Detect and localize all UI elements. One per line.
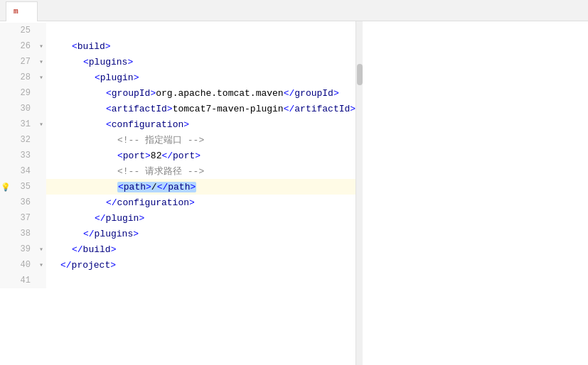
code-cell: <groupId>org.apache.tomcat.maven</groupI… [46,88,356,99]
xml-text: org.apache.tomcat.maven [156,88,283,99]
xml-tag: groupId [112,88,151,99]
xml-tag: configuration [117,197,189,208]
table-row: 27▾<plugins> [0,54,356,70]
fold-icon[interactable]: ▾ [36,58,46,66]
xml-bracket: > [183,119,189,130]
code-cell: <plugin> [46,72,356,83]
xml-bracket: < [117,151,123,161]
gutter-cell: 37 [0,210,46,226]
table-row: 29<groupId>org.apache.tomcat.maven</grou… [0,85,356,101]
code-cell: </project> [46,260,356,271]
line-number: 26 [11,38,36,54]
xml-bracket: </ [284,104,295,114]
table-row: 39▾</build> [0,241,356,257]
gutter-cell: 30 [0,101,46,116]
xml-bracket: < [72,41,77,52]
xml-bracket: > [167,104,173,114]
lines-container: 2526▾<build>27▾<plugins>28▾<plugin>29<gr… [0,21,356,365]
xml-tag: plugin [106,213,139,224]
xml-tag: plugins [89,57,128,67]
fold-icon[interactable]: ▾ [36,73,46,82]
code-cell: <artifactId>tomcat7-maven-plugin</artifa… [46,104,356,114]
code-cell: <port>82</port> [46,151,356,161]
line-number: 27 [11,54,36,70]
xml-bracket: < [95,72,100,83]
bulb-icon: 💡 [0,182,11,192]
xml-tag: project [72,260,111,271]
gutter-cell: 36 [0,195,46,210]
scrollbar-thumb[interactable] [357,64,363,85]
fold-icon[interactable]: ▾ [36,261,46,269]
gutter-cell: 33 [0,148,46,163]
gutter-cell: 29 [0,85,46,101]
table-row: 32<!-- 指定端口 --> [0,132,356,148]
table-row: 26▾<build> [0,38,356,54]
xml-tag: port [123,151,145,161]
xml-bracket: > [139,213,144,224]
table-row: 💡35<path>/</path> [0,179,356,195]
editor: 2526▾<build>27▾<plugins>28▾<plugin>29<gr… [0,21,588,365]
table-row: 41 [0,273,356,288]
selected-code: <path>/</path> [117,182,196,192]
gutter-cell: 40▾ [0,257,46,273]
line-number: 40 [11,257,36,273]
table-row: 28▾<plugin> [0,70,356,85]
code-cell: <!-- 指定端口 --> [46,134,356,146]
xml-tag: plugins [95,229,134,239]
xml-tag: plugin [100,72,134,83]
xml-bracket: </ [83,229,95,239]
line-number: 33 [11,148,36,163]
code-cell [46,26,356,36]
table-row: 25 [0,23,356,38]
xml-bracket: > [333,88,339,99]
table-row: 34<!-- 请求路径 --> [0,163,356,179]
line-number: 41 [11,273,36,288]
gutter-cell: 38 [0,226,46,241]
xml-bracket: </ [106,197,117,208]
line-number: 31 [11,116,36,132]
code-cell: </plugin> [46,213,356,224]
xml-comment: <!-- 指定端口 --> [117,135,204,146]
table-row: 38</plugins> [0,226,356,241]
xml-tag: groupId [294,88,333,99]
xml-bracket: < [106,119,112,130]
fold-icon[interactable]: ▾ [36,120,46,129]
xml-bracket: < [106,88,112,99]
editor-tab[interactable]: m [6,1,38,21]
table-row: 33<port>82</port> [0,148,356,163]
xml-bracket: > [111,244,117,255]
xml-text: tomcat7-maven-plugin [173,104,284,114]
line-number: 38 [11,226,36,241]
line-number: 32 [11,132,36,148]
code-cell: </build> [46,244,356,255]
code-cell: <plugins> [46,57,356,67]
xml-bracket: </ [95,213,106,224]
line-number: 39 [11,241,36,257]
code-cell: <!-- 请求路径 --> [46,165,356,178]
scrollbar-track[interactable] [356,21,363,365]
xml-bracket: </ [284,88,295,99]
line-number: 34 [11,163,36,179]
xml-tag: artifactId [112,104,167,114]
xml-bracket: > [133,229,139,239]
code-cell: <path>/</path> [46,182,356,192]
gutter-cell: 27▾ [0,54,46,70]
xml-tag: build [83,244,111,255]
xml-bracket: > [134,72,139,83]
xml-tag: build [77,41,105,52]
xml-bracket: < [106,104,112,114]
gutter-cell: 31▾ [0,116,46,132]
gutter-cell: 41 [0,273,46,288]
fold-icon[interactable]: ▾ [36,42,46,50]
fold-icon[interactable]: ▾ [36,245,46,254]
gutter-cell: 32 [0,132,46,148]
gutter-cell: 39▾ [0,241,46,257]
table-row: 37</plugin> [0,210,356,226]
gutter-cell: 26▾ [0,38,46,54]
code-cell: <build> [46,41,356,52]
xml-bracket: </ [161,151,173,161]
maven-icon: m [14,7,18,16]
line-number: 35 [11,179,36,195]
title-bar: m [0,0,588,21]
gutter-cell: 25 [0,23,46,38]
